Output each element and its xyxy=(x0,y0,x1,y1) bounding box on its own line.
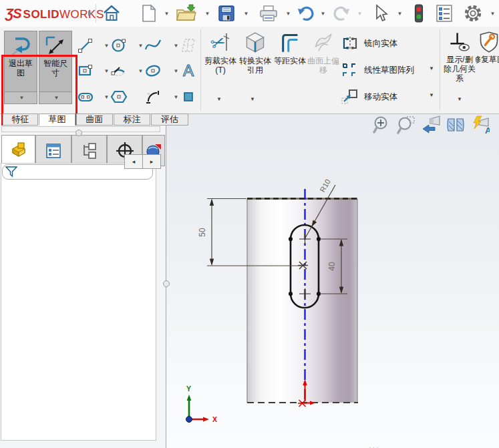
slot-tool-button[interactable] xyxy=(76,88,95,105)
trim-entities-button[interactable]: ✂ 剪裁实体(T) xyxy=(203,31,238,75)
zoom-fit-button[interactable] xyxy=(371,116,391,134)
repair-sketch-button[interactable]: 修复草图 xyxy=(476,31,499,64)
tab-feature-manager[interactable] xyxy=(1,135,35,166)
solidworks-logo-mark: ƷS xyxy=(5,6,21,21)
trim-scissors-icon: ✂ xyxy=(209,31,232,55)
svg-text:40: 40 xyxy=(327,262,337,271)
section-view-button[interactable] xyxy=(446,116,466,134)
tab-configuration-manager[interactable] xyxy=(71,135,107,166)
convert-dropdown[interactable]: ▼ xyxy=(250,96,255,102)
display-delete-relations-button[interactable]: 显示/删除几何关系 xyxy=(442,31,477,83)
mirror-entities-icon xyxy=(341,36,359,51)
trim-dropdown[interactable]: ▼ xyxy=(216,96,222,102)
select-button[interactable] xyxy=(368,3,392,24)
exit-sketch-dropdown[interactable]: ▼ xyxy=(5,91,37,103)
home-icon xyxy=(102,4,121,23)
chevron-down-icon: ▼ xyxy=(174,43,179,49)
splitter-handle[interactable] xyxy=(163,280,170,287)
circle-tool-button[interactable] xyxy=(110,37,128,54)
move-entities-dropdown[interactable]: ▼ xyxy=(429,92,434,98)
convert-entities-icon xyxy=(244,31,266,55)
mirror-entities-label: 镜向实体 xyxy=(364,38,397,49)
arc-tool-button[interactable] xyxy=(110,62,128,79)
open-dropdown[interactable]: ▼ xyxy=(202,3,210,24)
settings-button[interactable] xyxy=(461,3,485,24)
property-manager-icon xyxy=(45,142,62,160)
exit-sketch-icon xyxy=(9,33,33,59)
tab-sketch[interactable]: 草图 xyxy=(39,114,75,126)
tab-surfaces[interactable]: 曲面 xyxy=(76,114,113,126)
text-icon: A xyxy=(180,62,196,79)
offset-entities-button[interactable]: 等距实体 xyxy=(273,31,307,65)
panel-collapse-handle[interactable] xyxy=(75,130,82,136)
feature-tree-area xyxy=(1,163,156,441)
chevron-down-icon: ▼ xyxy=(104,94,110,100)
redo-dropdown-disabled: ▼ xyxy=(355,3,363,24)
surface-offset-button-disabled: 曲面上偏移 xyxy=(306,31,341,75)
move-entities-button[interactable]: 移动实体 xyxy=(341,88,397,105)
relations-dropdown[interactable]: ▼ xyxy=(457,96,462,102)
options-list-button[interactable] xyxy=(433,3,456,24)
undo-button[interactable] xyxy=(295,3,317,24)
spline-tool-button[interactable] xyxy=(144,37,162,54)
chevron-right-icon xyxy=(88,10,93,17)
tab-evaluate[interactable]: 评估 xyxy=(151,114,188,126)
chevron-down-icon: ▼ xyxy=(174,94,179,100)
smart-dimension-icon xyxy=(43,33,67,59)
mesh-icon xyxy=(180,37,196,53)
panel-tab-scroll-left[interactable]: ◂ xyxy=(124,154,143,169)
save-dropdown[interactable]: ▼ xyxy=(241,3,249,24)
settings-dropdown[interactable]: ▼ xyxy=(488,3,496,24)
exit-sketch-button[interactable]: 退出草图 ▼ xyxy=(4,31,37,104)
graphics-viewport[interactable]: A xyxy=(160,112,499,448)
linear-pattern-icon xyxy=(341,62,359,78)
circle-icon xyxy=(111,37,127,53)
open-button[interactable] xyxy=(174,3,199,24)
gear-icon xyxy=(463,3,483,23)
tab-features[interactable]: 特征 xyxy=(3,114,38,126)
tab-property-manager[interactable] xyxy=(35,135,71,166)
zoom-area-button[interactable] xyxy=(396,116,416,134)
cylinder-body[interactable] xyxy=(247,199,358,403)
rebuild-button[interactable] xyxy=(410,3,428,24)
new-document-dropdown[interactable]: ▼ xyxy=(162,3,170,24)
hide-show-items-button[interactable]: A xyxy=(470,116,490,134)
select-dropdown[interactable]: ▼ xyxy=(395,3,403,24)
smart-dimension-button[interactable]: 智能尺寸 ▼ xyxy=(39,31,72,104)
rectangle-tool-button[interactable] xyxy=(76,62,95,79)
ellipse-tool-button[interactable] xyxy=(144,62,162,79)
line-tool-button[interactable] xyxy=(76,37,95,54)
move-entities-icon xyxy=(341,89,359,105)
point-icon xyxy=(182,91,194,103)
repair-sketch-label: 修复草图 xyxy=(476,55,499,64)
home-button[interactable] xyxy=(100,3,123,24)
arc-icon xyxy=(110,63,128,79)
point-tool-button[interactable] xyxy=(179,88,198,105)
text-tool-button[interactable]: A xyxy=(179,62,198,79)
chevron-down-icon: ▼ xyxy=(138,43,144,49)
chevron-down-icon: ▼ xyxy=(397,11,403,17)
panel-tab-scroll-right[interactable]: ▸ xyxy=(142,154,161,169)
linear-pattern-button[interactable]: 线性草图阵列 xyxy=(341,61,414,79)
linear-pattern-dropdown[interactable]: ▼ xyxy=(429,65,434,71)
move-entities-label: 移动实体 xyxy=(364,91,397,103)
repair-sketch-icon xyxy=(478,31,499,53)
smart-dimension-dropdown[interactable]: ▼ xyxy=(39,91,71,103)
new-document-button[interactable] xyxy=(139,3,159,24)
previous-view-button[interactable] xyxy=(421,116,441,134)
save-button[interactable] xyxy=(214,3,239,24)
chevron-down-icon: ▼ xyxy=(138,68,144,74)
mesh-tool-button-disabled xyxy=(179,37,198,54)
model-canvas[interactable]: 50 40 R10 xyxy=(160,112,499,448)
polygon-tool-button[interactable] xyxy=(110,88,128,105)
print-dropdown[interactable]: ▼ xyxy=(283,3,291,24)
svg-text:A: A xyxy=(485,126,490,134)
convert-entities-button[interactable]: 转换实体引用 xyxy=(238,31,273,75)
slot-icon xyxy=(77,89,94,105)
undo-dropdown[interactable]: ▼ xyxy=(318,3,326,24)
logo-flyout-arrow[interactable] xyxy=(86,3,94,24)
print-button[interactable] xyxy=(256,3,281,24)
fillet-tool-button[interactable]: × xyxy=(144,88,162,105)
mirror-entities-button[interactable]: 镜向实体 xyxy=(341,35,397,52)
tab-markup[interactable]: 标注 xyxy=(114,114,150,126)
